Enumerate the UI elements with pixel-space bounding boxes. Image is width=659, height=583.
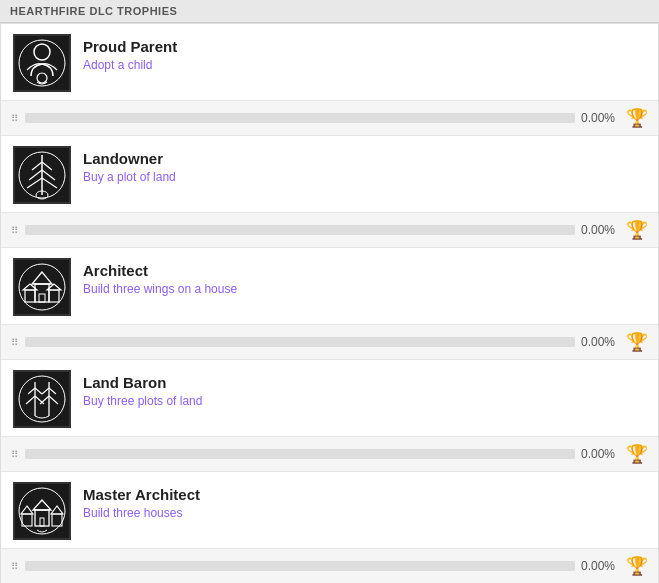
- progress-pct: 0.00%: [581, 559, 616, 573]
- svg-line-4: [32, 162, 42, 170]
- svg-point-30: [19, 376, 65, 422]
- progress-bar-container: ⠿ 0.00%: [11, 559, 616, 573]
- svg-rect-18: [39, 294, 45, 302]
- progress-bar-container: ⠿ 0.00%: [11, 335, 616, 349]
- trophy-card-proud-parent: Proud Parent Adopt a child ⠿ 0.00% 🏆: [1, 24, 658, 136]
- trophy-name-landowner: Landowner: [83, 150, 646, 167]
- progress-pct: 0.00%: [581, 335, 616, 349]
- trophy-card-architect: Architect Build three wings on a house ⠿…: [1, 248, 658, 360]
- progress-dots: ⠿: [11, 113, 19, 124]
- trophy-cup-icon: 🏆: [626, 219, 648, 241]
- svg-line-27: [49, 388, 56, 394]
- svg-line-24: [35, 396, 44, 404]
- trophy-cup-icon: 🏆: [626, 443, 648, 465]
- progress-row-land-baron: ⠿ 0.00% 🏆: [1, 436, 658, 471]
- svg-line-29: [49, 396, 58, 404]
- trophy-info-architect: Architect Build three wings on a house: [83, 258, 646, 296]
- progress-bar: [25, 449, 575, 459]
- trophy-desc-master-architect: Build three houses: [83, 506, 646, 520]
- progress-bar-container: ⠿ 0.00%: [11, 223, 616, 237]
- svg-rect-37: [40, 518, 44, 526]
- progress-dots: ⠿: [11, 225, 19, 236]
- trophy-info-land-baron: Land Baron Buy three plots of land: [83, 370, 646, 408]
- trophy-cup-icon: 🏆: [626, 331, 648, 353]
- trophy-info-master-architect: Master Architect Build three houses: [83, 482, 646, 520]
- svg-marker-34: [33, 500, 51, 510]
- progress-bar: [25, 225, 575, 235]
- progress-dots: ⠿: [11, 561, 19, 572]
- trophy-name-master-architect: Master Architect: [83, 486, 646, 503]
- svg-marker-13: [32, 272, 52, 284]
- svg-point-2: [19, 40, 65, 86]
- trophy-icon-land-baron: [13, 370, 71, 428]
- trophy-desc-architect: Build three wings on a house: [83, 282, 646, 296]
- section-header: HEARTHFIRE DLC TROPHIES: [0, 0, 659, 23]
- progress-row-proud-parent: ⠿ 0.00% 🏆: [1, 100, 658, 135]
- progress-row-master-architect: ⠿ 0.00% 🏆: [1, 548, 658, 583]
- progress-bar: [25, 113, 575, 123]
- trophy-card-master-architect: Master Architect Build three houses ⠿ 0.…: [1, 472, 658, 583]
- trophy-icon-architect: [13, 258, 71, 316]
- progress-bar-container: ⠿ 0.00%: [11, 447, 616, 461]
- trophy-name-proud-parent: Proud Parent: [83, 38, 646, 55]
- progress-row-architect: ⠿ 0.00% 🏆: [1, 324, 658, 359]
- svg-line-23: [26, 396, 35, 404]
- trophy-icon-proud-parent: [13, 34, 71, 92]
- svg-point-0: [34, 44, 50, 60]
- progress-bar-container: ⠿ 0.00%: [11, 111, 616, 125]
- trophy-desc-proud-parent: Adopt a child: [83, 58, 646, 72]
- svg-line-22: [35, 388, 42, 394]
- trophy-card-landowner: Landowner Buy a plot of land ⠿ 0.00% 🏆: [1, 136, 658, 248]
- progress-row-landowner: ⠿ 0.00% 🏆: [1, 212, 658, 247]
- trophy-name-land-baron: Land Baron: [83, 374, 646, 391]
- svg-point-38: [19, 488, 65, 534]
- trophy-card-land-baron: Land Baron Buy three plots of land ⠿ 0.0…: [1, 360, 658, 472]
- progress-dots: ⠿: [11, 449, 19, 460]
- trophy-desc-land-baron: Buy three plots of land: [83, 394, 646, 408]
- svg-marker-32: [21, 506, 33, 514]
- svg-line-21: [28, 388, 35, 394]
- svg-line-6: [29, 170, 42, 180]
- svg-line-7: [42, 170, 55, 180]
- svg-marker-36: [51, 506, 63, 514]
- svg-rect-16: [49, 290, 59, 302]
- trophy-icon-landowner: [13, 146, 71, 204]
- progress-dots: ⠿: [11, 337, 19, 348]
- trophy-icon-master-architect: [13, 482, 71, 540]
- svg-point-1: [37, 73, 47, 83]
- svg-line-26: [42, 388, 49, 394]
- trophy-desc-landowner: Buy a plot of land: [83, 170, 646, 184]
- progress-bar: [25, 561, 575, 571]
- progress-pct: 0.00%: [581, 111, 616, 125]
- trophies-list: Proud Parent Adopt a child ⠿ 0.00% 🏆: [0, 23, 659, 583]
- progress-pct: 0.00%: [581, 223, 616, 237]
- trophy-info-proud-parent: Proud Parent Adopt a child: [83, 34, 646, 72]
- trophy-name-architect: Architect: [83, 262, 646, 279]
- trophy-cup-icon: 🏆: [626, 107, 648, 129]
- trophy-cup-icon: 🏆: [626, 555, 648, 577]
- svg-rect-12: [35, 284, 49, 302]
- trophy-info-landowner: Landowner Buy a plot of land: [83, 146, 646, 184]
- progress-bar: [25, 337, 575, 347]
- svg-rect-14: [25, 290, 35, 302]
- progress-pct: 0.00%: [581, 447, 616, 461]
- svg-line-28: [40, 396, 49, 404]
- svg-line-5: [42, 162, 52, 170]
